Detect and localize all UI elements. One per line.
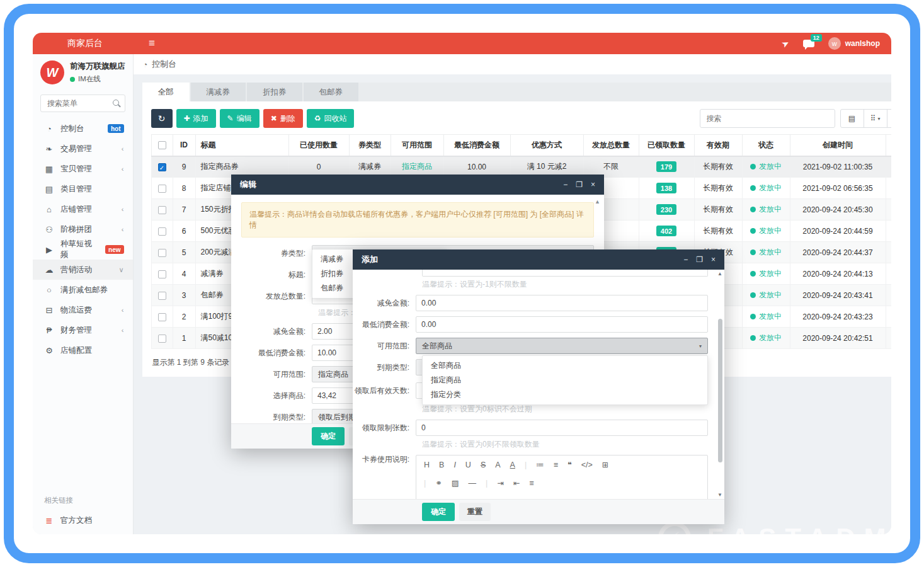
editor-tool-button[interactable]: ▨ [452, 478, 459, 488]
row-checkbox[interactable] [158, 292, 166, 300]
delete-button[interactable]: ✖ 删除 [263, 109, 303, 128]
column-header[interactable]: 券类型 [349, 135, 391, 156]
export-button[interactable]: ↗▾ [887, 109, 892, 128]
editor-tool-button[interactable]: ⇤ [513, 478, 520, 488]
column-header[interactable]: 标题 [195, 135, 288, 156]
editor-tool-button[interactable]: U [465, 461, 471, 469]
dropdown-option[interactable]: 指定分类 [423, 387, 707, 402]
sidebar-menu-item[interactable]: ▦ 宝贝管理 ‹ [33, 159, 133, 179]
scrollbar-thumb[interactable] [718, 319, 722, 462]
dropdown-option[interactable]: 指定商品 [423, 373, 707, 387]
recycle-bin-button[interactable]: ♻ 回收站 [307, 109, 355, 128]
total-input-clipped[interactable] [422, 270, 708, 277]
editor-tool-button[interactable]: — [469, 479, 477, 488]
column-header[interactable]: 优惠方式 [510, 135, 583, 156]
row-checkbox[interactable] [158, 227, 166, 236]
confirm-button[interactable]: 确定 [312, 427, 345, 445]
tab[interactable]: 满减券 [191, 83, 246, 101]
editor-tool-button[interactable]: </> [581, 461, 593, 469]
row-checkbox[interactable] [158, 335, 166, 343]
column-header[interactable]: 已使用数量 [288, 135, 349, 156]
tab[interactable]: 全部 [142, 83, 190, 101]
row-checkbox[interactable] [158, 313, 166, 321]
editor-tool-button[interactable]: I [453, 461, 455, 469]
sidebar-menu-item[interactable]: ⚙ 店铺配置 [33, 340, 133, 360]
messages-button[interactable]: 12 [803, 40, 814, 47]
sidebar-menu-item[interactable]: ❧ 交易管理 ‹ [33, 139, 133, 159]
editor-tool-button[interactable]: H [424, 461, 430, 469]
rich-text-editor[interactable]: HBIUSAA|≔≡❝</>⊞ |⚭▨—|⇥⇤≡ [416, 455, 708, 499]
editor-tool-button[interactable]: ≡ [554, 461, 558, 469]
sidebar-menu-item[interactable]: ₱ 财务管理 ‹ [33, 320, 133, 340]
add-button[interactable]: ✚ 添加 [176, 109, 216, 128]
column-header[interactable]: 创建时间 [790, 135, 886, 156]
table-search-input[interactable] [700, 109, 835, 128]
editor-tool-button[interactable]: | [486, 479, 488, 488]
sidebar-link-item[interactable]: Ⓠ QQ交流群 [33, 530, 133, 534]
row-checkbox[interactable] [158, 270, 166, 278]
column-header[interactable]: 最低消费金额 [443, 135, 510, 156]
column-header[interactable]: ID [173, 135, 195, 156]
minimize-icon[interactable]: − [683, 255, 688, 264]
cell-created: 2020-09-24 20:44:37 [790, 242, 886, 263]
editor-tool-button[interactable]: | [525, 461, 527, 469]
editor-tool-button[interactable]: ⊞ [602, 460, 608, 469]
sidebar-menu-item[interactable]: ▶ 种草短视频 new [33, 239, 133, 260]
editor-tool-button[interactable]: ⚭ [435, 478, 442, 488]
column-header[interactable]: 已领取数量 [639, 135, 694, 156]
row-checkbox[interactable] [158, 185, 166, 193]
maximize-icon[interactable]: ❐ [696, 255, 703, 264]
discount-input[interactable] [416, 295, 708, 311]
user-menu[interactable]: w wanlshop [828, 37, 880, 50]
toggle-view-button[interactable]: ▤ [840, 109, 864, 128]
reset-button[interactable]: 重置 [459, 503, 491, 521]
edit-button[interactable]: ✎ 编辑 [220, 109, 260, 128]
row-checkbox[interactable]: ✓ [158, 163, 166, 171]
sidebar-menu-item[interactable]: ⌂ 店铺管理 ‹ [33, 199, 133, 219]
columns-dropdown-button[interactable]: ⠿▾ [864, 109, 887, 128]
tab[interactable]: 包邮券 [304, 83, 359, 101]
close-icon[interactable]: × [591, 180, 595, 189]
sidebar-menu-item[interactable]: ▤ 类目管理 [33, 179, 133, 199]
editor-tool-button[interactable]: A [510, 461, 515, 469]
tab[interactable]: 折扣券 [247, 83, 302, 101]
editor-tool-button[interactable]: ≔ [536, 460, 544, 469]
range-select[interactable]: 全部商品▾ [416, 338, 708, 354]
editor-tool-button[interactable]: ⇥ [497, 478, 503, 488]
sidebar-menu-item[interactable]: ☁ 营销活动 ∨ [33, 260, 133, 280]
row-checkbox[interactable] [158, 249, 166, 257]
sidebar-menu-item[interactable]: ◔ 控制台 hot [33, 118, 133, 139]
sidebar-link-item[interactable]: ≣ 官方文档 [33, 510, 133, 530]
refresh-button[interactable]: ↻ [151, 109, 173, 128]
editor-tool-button[interactable]: ❝ [568, 460, 572, 469]
close-icon[interactable]: × [711, 255, 716, 264]
sidebar-toggle-icon[interactable]: ≡ [137, 37, 166, 50]
maximize-icon[interactable]: ❐ [576, 180, 583, 189]
dropdown-option[interactable]: 全部商品 [423, 358, 707, 373]
confirm-button[interactable]: 确定 [422, 503, 455, 521]
minimize-icon[interactable]: − [563, 180, 568, 189]
editor-tool-button[interactable]: | [424, 479, 426, 488]
column-header[interactable]: 操作 [886, 135, 891, 156]
editor-tool-button[interactable]: A [495, 461, 500, 469]
select-all-checkbox[interactable] [158, 141, 166, 149]
columns-icon: ▤ [848, 114, 855, 123]
column-header[interactable]: 发放总数量 [583, 135, 639, 156]
sidebar-menu-item[interactable]: ⊟ 物流运费 ‹ [33, 300, 133, 320]
scroll-up-icon[interactable]: ▲ [595, 198, 600, 205]
column-header[interactable]: 状态 [742, 135, 790, 156]
sidebar-menu-item[interactable]: ○ 满折减包邮券 [33, 280, 133, 300]
modal-scrollbar[interactable]: ▲ ▼ [717, 271, 724, 498]
sidebar-menu-item[interactable]: ⚇ 阶梯拼团 ‹ [33, 219, 133, 239]
editor-tool-button[interactable]: B [439, 461, 444, 469]
column-header[interactable]: 有效期 [694, 135, 742, 156]
row-checkbox[interactable] [158, 206, 166, 214]
column-header[interactable]: 可用范围 [391, 135, 443, 156]
send-icon[interactable]: ➤ [780, 37, 791, 50]
editor-tool-button[interactable]: ≡ [529, 479, 533, 488]
limit-input[interactable] [416, 420, 708, 436]
editor-tool-button[interactable]: S [481, 461, 486, 469]
min-spend-input[interactable] [416, 316, 708, 333]
scroll-up-icon[interactable]: ▲ [717, 271, 723, 277]
scroll-down-icon[interactable]: ▼ [717, 492, 723, 498]
